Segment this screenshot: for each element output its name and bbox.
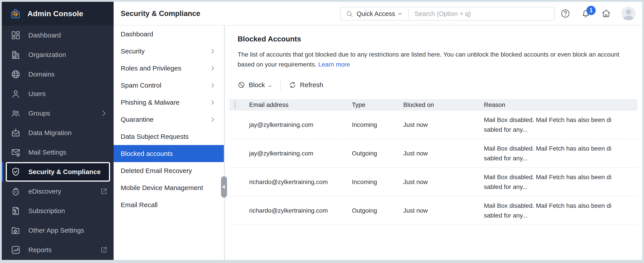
globe-icon — [11, 69, 21, 79]
panel-item-label: Blocked accounts — [121, 150, 173, 157]
toolbar-divider — [280, 80, 281, 90]
panel-item-label: Dashboard — [121, 30, 153, 38]
panel-item-label: Deleted Email Recovery — [121, 167, 192, 174]
sidebar-item-security-compliance[interactable]: Security & Compliance — [6, 162, 110, 182]
panel-item-label: Quarantine — [121, 116, 154, 123]
chevron-left-icon — [222, 185, 225, 189]
sidebar-item-label: Security & Compliance — [28, 168, 101, 176]
panel-collapse-handle[interactable] — [221, 176, 227, 198]
cell-email: richardo@zylkertraining.com — [249, 207, 352, 214]
panel-item-blocked-accounts[interactable]: Blocked accounts — [114, 145, 224, 162]
search-input[interactable] — [414, 10, 550, 18]
chevron-right-icon — [209, 48, 216, 55]
chevron-down-icon — [268, 83, 272, 87]
sidebar-item-label: Organization — [28, 51, 66, 59]
sidebar-item-groups[interactable]: Groups — [2, 104, 114, 123]
panel-item-label: Data Subject Requests — [121, 133, 189, 140]
subscription-icon — [11, 206, 21, 216]
sidebar-item-ediscovery[interactable]: eDiscovery — [2, 182, 114, 201]
topbar: Security & Compliance Quick Access — [114, 2, 642, 26]
panel-item-dashboard[interactable]: Dashboard — [114, 26, 224, 43]
sidebar-item-label: Subscription — [28, 207, 65, 215]
panel-item-data-subject-requests[interactable]: Data Subject Requests — [114, 128, 224, 145]
main-content: Blocked Accounts The list of accounts th… — [225, 26, 642, 260]
panel-item-label: Mobile Device Management — [121, 184, 203, 192]
panel-item-spam-control[interactable]: Spam Control — [114, 77, 224, 94]
folder-gear-icon — [11, 225, 21, 235]
column-header-email: Email address — [249, 101, 352, 108]
page-title: Security & Compliance — [121, 2, 200, 25]
organization-icon — [11, 50, 21, 60]
chevron-right-icon — [209, 116, 216, 123]
sidebar-item-label: eDiscovery — [28, 188, 61, 195]
table-row[interactable]: richardo@zylkertraining.com Incoming Jus… — [229, 168, 637, 196]
sidebar-nav: Dashboard Organization — [2, 26, 114, 260]
table-row[interactable]: jay@zylkertraining.com Outgoing Just now… — [229, 139, 637, 168]
chevron-right-icon — [209, 82, 216, 89]
user-avatar[interactable] — [622, 7, 636, 21]
dashboard-icon — [11, 30, 21, 40]
sidebar-item-users[interactable]: Users — [2, 84, 114, 104]
notification-count-badge: 1 — [586, 6, 596, 15]
panel-item-mobile-device-management[interactable]: Mobile Device Management — [114, 179, 224, 196]
panel-item-roles-privileges[interactable]: Roles and Privileges — [114, 60, 224, 77]
cell-blocked-on: Just now — [403, 207, 484, 214]
table-row[interactable]: jay@zylkertraining.com Incoming Just now… — [229, 111, 637, 139]
sidebar-item-dashboard[interactable]: Dashboard — [2, 26, 114, 45]
panel-item-deleted-email-recovery[interactable]: Deleted Email Recovery — [114, 162, 224, 179]
sidebar-item-label: Dashboard — [28, 32, 61, 39]
sidebar-item-subscription[interactable]: Subscription — [2, 201, 114, 221]
refresh-icon — [289, 81, 296, 89]
search-icon — [346, 10, 353, 17]
groups-icon — [11, 108, 21, 118]
panel-item-label: Spam Control — [121, 82, 161, 89]
cell-email: jay@zylkertraining.com — [249, 150, 352, 157]
global-search[interactable]: Quick Access — [340, 7, 554, 21]
table-header-row: Email address Type Blocked on Reason — [229, 99, 637, 111]
quick-access-dropdown[interactable]: Quick Access — [356, 10, 395, 18]
notifications-bell-icon[interactable]: 1 — [581, 9, 591, 19]
cell-type: Outgoing — [352, 207, 403, 214]
sidebar-item-label: Data Migration — [28, 129, 72, 137]
sidebar-item-organization[interactable]: Organization — [2, 45, 114, 65]
block-button[interactable]: Block — [238, 81, 272, 89]
user-icon — [11, 89, 21, 99]
topbar-icons: 1 — [560, 2, 636, 25]
select-all-checkbox[interactable] — [234, 101, 236, 109]
ediscovery-icon — [11, 186, 21, 196]
sidebar-item-domains[interactable]: Domains — [2, 65, 114, 84]
cell-blocked-on: Just now — [403, 178, 484, 186]
blocked-accounts-table: Email address Type Blocked on Reason jay… — [229, 99, 637, 225]
panel-item-email-recall[interactable]: Email Recall — [114, 196, 224, 213]
cell-email: jay@zylkertraining.com — [249, 121, 352, 128]
panel-item-security[interactable]: Security — [114, 43, 224, 60]
reports-icon — [11, 245, 21, 255]
chevron-right-icon — [100, 109, 108, 117]
cell-reason: Mail Box disabled. Mail Fetch has also b… — [484, 201, 613, 220]
sidebar-item-data-migration[interactable]: Data Migration — [2, 123, 114, 143]
panel-item-label: Security — [121, 48, 144, 55]
mail-settings-icon — [11, 147, 21, 157]
sidebar-item-reports[interactable]: Reports — [2, 240, 114, 260]
section-description: The list of accounts that got blocked du… — [238, 50, 629, 69]
panel-item-phishing-malware[interactable]: Phishing & Malware — [114, 94, 224, 111]
panel-item-quarantine[interactable]: Quarantine — [114, 111, 224, 128]
home-icon[interactable] — [601, 9, 611, 19]
cell-reason: Mail Box disabled. Mail Fetch has also b… — [484, 144, 613, 163]
column-header-type: Type — [352, 101, 403, 108]
chevron-down-icon — [397, 11, 402, 17]
primary-sidebar: Admin Console Dashboard — [2, 2, 114, 260]
cell-type: Outgoing — [352, 150, 403, 157]
learn-more-link[interactable]: Learn more — [318, 61, 350, 68]
panel-item-label: Email Recall — [121, 201, 158, 209]
table-row[interactable]: richardo@zylkertraining.com Outgoing Jus… — [229, 196, 637, 225]
panel-item-label: Roles and Privileges — [121, 65, 181, 72]
refresh-button[interactable]: Refresh — [289, 81, 323, 89]
help-icon[interactable] — [560, 9, 570, 19]
sidebar-item-mail-settings[interactable]: Mail Settings — [2, 143, 114, 162]
cell-reason: Mail Box disabled. Mail Fetch has also b… — [484, 172, 613, 192]
active-accent-bar — [2, 162, 3, 182]
sidebar-item-other-app-settings[interactable]: Other App Settings — [2, 221, 114, 240]
panel-item-label: Phishing & Malware — [121, 99, 180, 106]
column-header-reason: Reason — [484, 101, 637, 108]
